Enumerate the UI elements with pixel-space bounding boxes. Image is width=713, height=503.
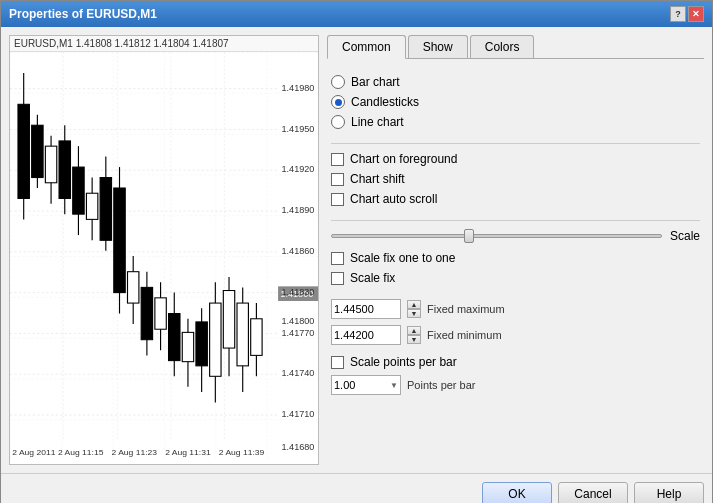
- checkbox-label-scale-fix: Scale fix: [350, 271, 395, 285]
- chart-type-group: Bar chart Candlesticks Line chart: [331, 75, 700, 129]
- fixed-max-input[interactable]: [331, 299, 401, 319]
- svg-rect-26: [86, 193, 97, 219]
- checkbox-box-shift: [331, 173, 344, 186]
- svg-text:2 Aug 11:39: 2 Aug 11:39: [219, 448, 265, 457]
- fixed-max-spin-up[interactable]: ▲: [407, 300, 421, 309]
- chart-options-group: Chart on foreground Chart shift Chart au…: [331, 152, 700, 206]
- tab-common[interactable]: Common: [327, 35, 406, 59]
- radio-bar-chart[interactable]: Bar chart: [331, 75, 700, 89]
- dialog-body: EURUSD,M1 1.41808 1.41812 1.41804 1.4180…: [1, 27, 712, 473]
- chart-canvas: 1.41800 1.41980 1.41950 1.41920 1.41890 …: [10, 52, 318, 460]
- svg-rect-38: [169, 314, 180, 361]
- checkbox-scale-one-to-one[interactable]: Scale fix one to one: [331, 251, 700, 265]
- tab-colors[interactable]: Colors: [470, 35, 535, 58]
- close-title-btn[interactable]: ✕: [688, 6, 704, 22]
- checkbox-label-foreground: Chart on foreground: [350, 152, 457, 166]
- svg-rect-42: [196, 322, 207, 366]
- scale-row: Scale: [331, 229, 700, 243]
- svg-rect-50: [251, 319, 262, 356]
- radio-circle-line: [331, 115, 345, 129]
- radio-label-line: Line chart: [351, 115, 404, 129]
- chart-area: EURUSD,M1 1.41808 1.41812 1.41804 1.4180…: [9, 35, 319, 465]
- footer: OK Cancel Help: [1, 473, 712, 503]
- title-bar-buttons: ? ✕: [670, 6, 704, 22]
- checkbox-shift[interactable]: Chart shift: [331, 172, 700, 186]
- svg-rect-46: [223, 291, 234, 349]
- checkbox-label-scale-points: Scale points per bar: [350, 355, 457, 369]
- svg-rect-16: [18, 104, 29, 198]
- svg-rect-20: [45, 146, 56, 183]
- checkbox-box-foreground: [331, 153, 344, 166]
- fixed-max-spin-down[interactable]: ▼: [407, 309, 421, 318]
- dropdown-value: 1.00: [334, 379, 355, 391]
- scale-slider-track[interactable]: [331, 234, 662, 238]
- svg-text:1.41680: 1.41680: [281, 442, 314, 452]
- svg-rect-34: [141, 287, 152, 339]
- svg-text:2 Aug 11:15: 2 Aug 11:15: [58, 448, 104, 457]
- checkbox-label-autoscroll: Chart auto scroll: [350, 192, 437, 206]
- fixed-min-spin-up[interactable]: ▲: [407, 326, 421, 335]
- fixed-max-row: ▲ ▼ Fixed maximum: [331, 299, 700, 319]
- fixed-max-spin: ▲ ▼: [407, 300, 421, 318]
- scale-label: Scale: [670, 229, 700, 243]
- svg-rect-24: [73, 167, 84, 214]
- fixed-min-label: Fixed minimum: [427, 329, 502, 341]
- radio-circle-bar: [331, 75, 345, 89]
- divider-2: [331, 220, 700, 221]
- svg-rect-18: [32, 125, 43, 177]
- dropdown-arrow-icon: ▼: [390, 381, 398, 390]
- fixed-min-spin-down[interactable]: ▼: [407, 335, 421, 344]
- svg-rect-44: [210, 303, 221, 376]
- svg-rect-36: [155, 298, 166, 329]
- svg-text:1.41890: 1.41890: [281, 205, 314, 215]
- radio-line-chart[interactable]: Line chart: [331, 115, 700, 129]
- cancel-button[interactable]: Cancel: [558, 482, 628, 503]
- scale-options-group: Scale fix one to one Scale fix: [331, 251, 700, 285]
- svg-text:1.41770: 1.41770: [281, 328, 314, 338]
- tabs: Common Show Colors: [327, 35, 704, 59]
- svg-text:2 Aug 11:23: 2 Aug 11:23: [112, 448, 158, 457]
- title-bar: Properties of EURUSD,M1 ? ✕: [1, 1, 712, 27]
- radio-circle-candle: [331, 95, 345, 109]
- radio-label-candle: Candlesticks: [351, 95, 419, 109]
- checkbox-label-scale-one-to-one: Scale fix one to one: [350, 251, 455, 265]
- checkbox-autoscroll[interactable]: Chart auto scroll: [331, 192, 700, 206]
- svg-rect-28: [100, 178, 111, 241]
- svg-text:2 Aug 11:31: 2 Aug 11:31: [165, 448, 211, 457]
- help-button[interactable]: Help: [634, 482, 704, 503]
- chart-svg: 1.41800 1.41980 1.41950 1.41920 1.41890 …: [10, 52, 318, 460]
- scale-slider-thumb[interactable]: [464, 229, 474, 243]
- radio-label-bar: Bar chart: [351, 75, 400, 89]
- checkbox-label-shift: Chart shift: [350, 172, 405, 186]
- svg-text:1.41800: 1.41800: [281, 316, 314, 326]
- svg-text:1.41950: 1.41950: [281, 124, 314, 134]
- dialog-title: Properties of EURUSD,M1: [9, 7, 157, 21]
- radio-candlesticks[interactable]: Candlesticks: [331, 95, 700, 109]
- svg-text:1.41830: 1.41830: [281, 287, 314, 297]
- fixed-min-input[interactable]: [331, 325, 401, 345]
- svg-text:1.41980: 1.41980: [281, 83, 314, 93]
- dialog: Properties of EURUSD,M1 ? ✕ EURUSD,M1 1.…: [0, 0, 713, 503]
- svg-text:1.41920: 1.41920: [281, 165, 314, 175]
- svg-rect-40: [182, 332, 193, 361]
- chart-header: EURUSD,M1 1.41808 1.41812 1.41804 1.4180…: [10, 36, 318, 52]
- fixed-min-row: ▲ ▼ Fixed minimum: [331, 325, 700, 345]
- svg-text:1.41860: 1.41860: [281, 246, 314, 256]
- svg-text:1.41740: 1.41740: [281, 369, 314, 379]
- divider-1: [331, 143, 700, 144]
- checkbox-box-scale-points: [331, 356, 344, 369]
- checkbox-scale-fix[interactable]: Scale fix: [331, 271, 700, 285]
- checkbox-scale-points[interactable]: Scale points per bar: [331, 355, 700, 369]
- tab-show[interactable]: Show: [408, 35, 468, 58]
- svg-rect-1: [10, 52, 318, 460]
- ok-button[interactable]: OK: [482, 482, 552, 503]
- points-per-bar-row: 1.00 ▼ Points per bar: [331, 375, 700, 395]
- checkbox-box-scale-fix: [331, 272, 344, 285]
- svg-text:2 Aug 2011: 2 Aug 2011: [12, 448, 56, 457]
- svg-text:1.41710: 1.41710: [281, 409, 314, 419]
- points-per-bar-dropdown[interactable]: 1.00 ▼: [331, 375, 401, 395]
- checkbox-foreground[interactable]: Chart on foreground: [331, 152, 700, 166]
- help-title-btn[interactable]: ?: [670, 6, 686, 22]
- fixed-max-label: Fixed maximum: [427, 303, 505, 315]
- svg-rect-22: [59, 141, 70, 199]
